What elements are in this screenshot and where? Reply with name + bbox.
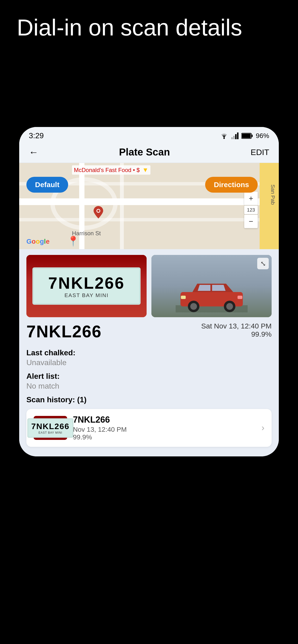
history-plate-text: 7NKL266 — [73, 415, 256, 425]
history-card[interactable]: 7NKL266 EAST BAY MINI 7NKL266 Nov 13, 12… — [26, 409, 272, 447]
last-chalked-row: Last chalked: Unavailable — [26, 348, 272, 367]
battery-icon — [241, 133, 253, 139]
last-chalked-label: Last chalked: — [26, 348, 272, 357]
history-date: Nov 13, 12:40 PM — [73, 426, 256, 434]
history-plate-number: 7NKL266 — [31, 422, 70, 431]
plate-number-title: 7NKL266 — [26, 322, 102, 341]
plate-photo[interactable]: 7NKL266 EAST BAY MINI — [26, 255, 146, 317]
default-button[interactable]: Default — [26, 177, 68, 192]
scan-date: Sat Nov 13, 12:40 PM — [201, 322, 272, 330]
svg-rect-6 — [251, 135, 253, 137]
edit-button[interactable]: EDIT — [251, 148, 269, 157]
page-title: Plate Scan — [119, 146, 170, 158]
svg-point-9 — [97, 210, 100, 212]
map-location-icon: 📍 — [67, 236, 79, 247]
photo-row: 7NKL266 EAST BAY MINI — [19, 249, 279, 322]
car-photo[interactable]: ⤡ — [152, 255, 272, 317]
svg-rect-2 — [233, 136, 235, 139]
map-poi-label: McDonald's Fast Food • $ ▼ — [72, 165, 151, 175]
svg-rect-16 — [181, 296, 186, 299]
status-bar: 3:29 96% — [19, 127, 279, 142]
car-svg — [176, 279, 248, 312]
street-label-san: San Pab — [270, 184, 276, 204]
map-location-pin — [94, 206, 103, 218]
map-container[interactable]: McDonald's Fast Food • $ ▼ Harrison St S… — [19, 163, 279, 249]
scan-history-row: Scan history: (1) — [26, 395, 272, 404]
history-chevron-icon: › — [261, 423, 264, 433]
back-button[interactable]: ← — [29, 147, 38, 158]
expand-icon[interactable]: ⤡ — [257, 258, 269, 269]
zoom-level-badge: 123 — [244, 206, 258, 214]
signal-icon — [231, 132, 238, 139]
map-zoom-controls: + 123 − — [244, 192, 258, 228]
battery-percentage: 96% — [256, 132, 269, 140]
map-road-vertical-2 — [120, 163, 124, 249]
alert-list-label: Alert list: — [26, 372, 272, 381]
mcdonalds-icon: ▼ — [142, 166, 148, 174]
hero-title: Dial-in on scan details — [17, 14, 281, 41]
google-logo: Google — [26, 238, 49, 245]
map-yellow-strip — [260, 163, 279, 249]
history-confidence: 99.9% — [73, 434, 256, 441]
history-plate-sub: EAST BAY MINI — [31, 431, 70, 434]
scan-history-label: Scan history: (1) — [26, 395, 272, 404]
plate-state-display: EAST BAY MINI — [40, 292, 133, 298]
scan-confidence: 99.9% — [201, 330, 272, 338]
svg-rect-17 — [238, 296, 242, 299]
history-plate-display: 7NKL266 EAST BAY MINI — [27, 418, 73, 438]
status-icons: 96% — [220, 132, 269, 140]
svg-point-15 — [226, 303, 233, 310]
phone-frame: 3:29 96% — [19, 127, 279, 456]
svg-rect-7 — [242, 134, 251, 138]
wifi-icon — [220, 132, 228, 139]
alert-list-row: Alert list: No match — [26, 372, 272, 390]
svg-rect-4 — [237, 132, 238, 139]
history-info: 7NKL266 Nov 13, 12:40 PM 99.9% — [73, 415, 256, 441]
info-section: 7NKL266 Sat Nov 13, 12:40 PM 99.9% Last … — [19, 322, 279, 404]
car-scene: ⤡ — [152, 255, 272, 317]
svg-point-0 — [223, 138, 225, 139]
main-content: 7NKL266 EAST BAY MINI — [19, 249, 279, 456]
directions-button[interactable]: Directions — [205, 177, 258, 192]
alert-list-value: No match — [26, 382, 272, 390]
zoom-in-button[interactable]: + — [244, 192, 258, 205]
zoom-out-button[interactable]: − — [244, 215, 258, 228]
top-nav: ← Plate Scan EDIT — [19, 142, 279, 163]
plate-display: 7NKL266 EAST BAY MINI — [32, 268, 140, 305]
status-time: 3:29 — [29, 131, 44, 140]
last-chalked-value: Unavailable — [26, 358, 272, 367]
plate-number-display: 7NKL266 — [40, 274, 133, 292]
plate-image-display: 7NKL266 EAST BAY MINI — [26, 255, 146, 317]
svg-rect-3 — [235, 134, 237, 139]
history-thumb: 7NKL266 EAST BAY MINI — [34, 416, 67, 440]
svg-point-13 — [190, 303, 197, 310]
svg-rect-1 — [231, 137, 233, 139]
